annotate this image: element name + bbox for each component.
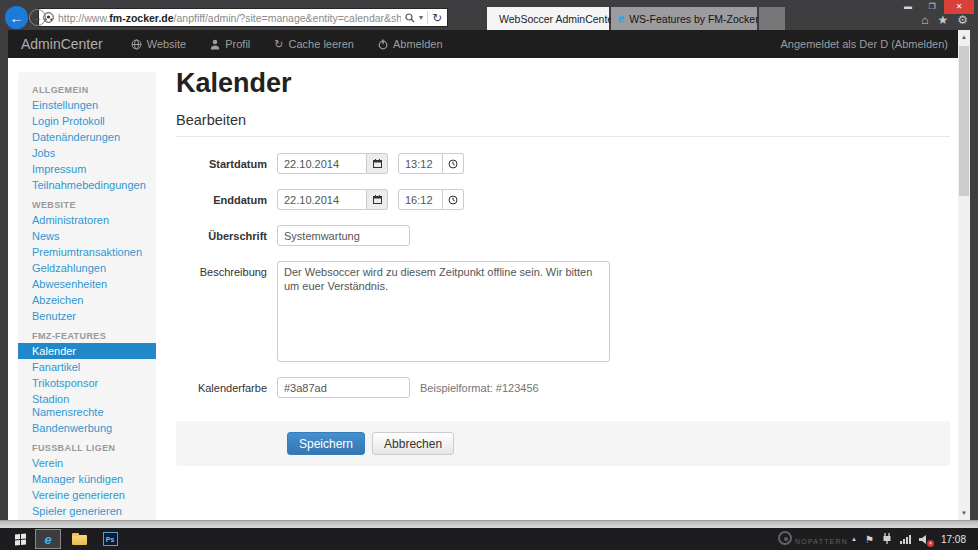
sidebar-item-einstellungen[interactable]: Einstellungen (18, 97, 156, 113)
kalenderfarbe-input[interactable] (277, 377, 410, 398)
sidebar-item-news[interactable]: News (18, 228, 156, 244)
close-button[interactable]: ✕ (944, 0, 974, 14)
folder-icon (72, 535, 87, 545)
sidebar-item-geldzahlungen[interactable]: Geldzahlungen (18, 260, 156, 276)
sidebar-item-stadion-namensrechte[interactable]: Stadion Namensrechte (18, 391, 156, 420)
forward-arrow-icon: → (33, 12, 43, 23)
save-button[interactable]: Speichern (287, 432, 365, 455)
taskbar-photoshop-button[interactable]: Ps (97, 529, 123, 549)
scroll-down-icon[interactable]: ▼ (958, 506, 970, 520)
enddatum-time-input[interactable] (398, 189, 443, 210)
calendar-icon (373, 159, 382, 168)
url-text[interactable]: http://www.fm-zocker.de/anpfiff/admin/?s… (58, 12, 401, 24)
clock-icon (448, 195, 458, 205)
taskbar-clock: 17:08 (941, 534, 966, 545)
browser-quick-icons: ⌂ ★ ⚙ (921, 13, 968, 27)
nav-item-abmelden[interactable]: Abmelden (378, 38, 443, 50)
settings-gear-icon[interactable]: ⚙ (957, 13, 968, 27)
startdatum-label: Startdatum (176, 153, 277, 174)
sidebar-header-allgemein: ALLGEMEIN (18, 78, 156, 97)
startdatum-date-input[interactable] (277, 153, 367, 174)
sidebar-item-datenaenderungen[interactable]: Datenänderungen (18, 129, 156, 145)
taskbar-explorer-button[interactable] (66, 529, 92, 549)
enddatum-clock-button[interactable] (443, 189, 464, 210)
beschreibung-label: Beschreibung (176, 261, 277, 362)
back-arrow-icon: ← (10, 10, 24, 26)
search-dropdown-icon[interactable]: ▾ (419, 13, 423, 22)
show-hidden-icons-icon[interactable]: ▲ (851, 536, 857, 542)
sidebar-item-jobs[interactable]: Jobs (18, 145, 156, 161)
nav-item-profil[interactable]: Profil (210, 38, 250, 50)
new-tab-button[interactable] (759, 7, 785, 30)
enddatum-date-input[interactable] (277, 189, 367, 210)
start-button[interactable] (10, 529, 30, 549)
watermark-text: NOPATTERN (795, 538, 848, 545)
vertical-scrollbar[interactable]: ▲ ▼ (958, 30, 970, 520)
sidebar-header-website: WEBSITE (18, 193, 156, 212)
system-tray: NOPATTERN ▲ ⚑ × 17:08 (851, 533, 978, 545)
enddatum-calendar-button[interactable] (367, 189, 388, 210)
sidebar-item-teilnahmebedingungen[interactable]: Teilnahmebedingungen (18, 177, 156, 193)
scrollbar-thumb[interactable] (959, 46, 969, 196)
forward-button[interactable]: → (29, 9, 46, 26)
sidebar-item-abwesenheiten[interactable]: Abwesenheiten (18, 276, 156, 292)
tab-favicon-ie-icon: e (618, 13, 624, 24)
power-plug-icon[interactable] (882, 533, 892, 545)
nav-item-cache-leeren[interactable]: ↻ Cache leeren (274, 38, 354, 50)
sidebar-header-fmz-features: FMZ-FEATURES (18, 324, 156, 343)
refresh-icon[interactable]: ↻ (432, 11, 442, 25)
minimize-button[interactable]: ▬ (896, 0, 920, 14)
beschreibung-textarea[interactable]: Der Websoccer wird zu diesem Zeitpunkt o… (277, 261, 610, 362)
sidebar-item-login-protokoll[interactable]: Login Protokoll (18, 113, 156, 129)
taskbar: e Ps NOPATTERN ▲ ⚑ (0, 528, 978, 550)
action-center-flag-icon[interactable]: ⚑ (865, 534, 874, 545)
sidebar-item-verein[interactable]: Verein (18, 455, 156, 471)
back-button[interactable]: ← (5, 6, 28, 29)
form-actions: Speichern Abbrechen (176, 421, 950, 466)
window-controls: ▬ ❐ ✕ (896, 0, 974, 14)
network-signal-icon[interactable] (900, 534, 911, 544)
nav-label: Website (147, 38, 187, 50)
divider (176, 136, 950, 137)
sidebar-item-trikotsponsor[interactable]: Trikotsponsor (18, 375, 156, 391)
internet-explorer-icon: e (44, 533, 51, 546)
nav-label: Abmelden (393, 38, 443, 50)
sidebar-item-vereine-generieren[interactable]: Vereine generieren (18, 487, 156, 503)
logged-in-status[interactable]: Angemeldet als Der D (Abmelden) (780, 38, 958, 50)
taskbar-ie-button[interactable]: e (35, 529, 61, 549)
sidebar-item-benutzer[interactable]: Benutzer (18, 308, 156, 324)
globe-icon (131, 39, 142, 50)
sidebar-item-fanartikel[interactable]: Fanartikel (18, 359, 156, 375)
sidebar-item-abzeichen[interactable]: Abzeichen (18, 292, 156, 308)
nav-label: Profil (225, 38, 250, 50)
sidebar-item-manager-kuendigen[interactable]: Manager kündigen (18, 471, 156, 487)
cancel-button[interactable]: Abbrechen (372, 432, 454, 455)
main-content: Kalender Bearbeiten Startdatum (176, 66, 950, 466)
form-row-kalenderfarbe: Kalenderfarbe Beispielformat: #123456 (176, 377, 950, 398)
volume-muted-icon[interactable]: × (919, 534, 931, 545)
sidebar: ALLGEMEIN Einstellungen Login Protokoll … (18, 72, 156, 520)
address-separator (427, 11, 428, 24)
brand-title: AdminCenter (8, 36, 107, 52)
nav-item-website[interactable]: Website (131, 38, 187, 50)
favorites-star-icon[interactable]: ★ (937, 13, 948, 27)
sidebar-item-bandenwerbung[interactable]: Bandenwerbung (18, 420, 156, 436)
address-bar[interactable]: http://www.fm-zocker.de/anpfiff/admin/?s… (38, 8, 448, 27)
sidebar-item-administratoren[interactable]: Administratoren (18, 212, 156, 228)
home-icon[interactable]: ⌂ (921, 13, 928, 27)
maximize-button[interactable]: ❐ (920, 0, 944, 14)
tab-websoccer-admincenter[interactable]: WebSoccer AdminCenter × (487, 7, 609, 30)
scroll-up-icon[interactable]: ▲ (958, 30, 970, 44)
ueberschrift-input[interactable] (277, 225, 410, 246)
sidebar-item-impressum[interactable]: Impressum (18, 161, 156, 177)
tab-ws-features[interactable]: e WS-Features by FM-Zocker.de (611, 7, 757, 30)
startdatum-clock-button[interactable] (443, 153, 464, 174)
sidebar-item-spieler-generieren[interactable]: Spieler generieren (18, 503, 156, 519)
tab-title: WS-Features by FM-Zocker.de (629, 13, 773, 25)
startdatum-calendar-button[interactable] (367, 153, 388, 174)
sidebar-item-kalender[interactable]: Kalender (18, 343, 156, 359)
search-icon[interactable] (405, 13, 415, 23)
maximize-icon: ❐ (928, 3, 935, 11)
sidebar-item-premiumtransaktionen[interactable]: Premiumtransaktionen (18, 244, 156, 260)
startdatum-time-input[interactable] (398, 153, 443, 174)
